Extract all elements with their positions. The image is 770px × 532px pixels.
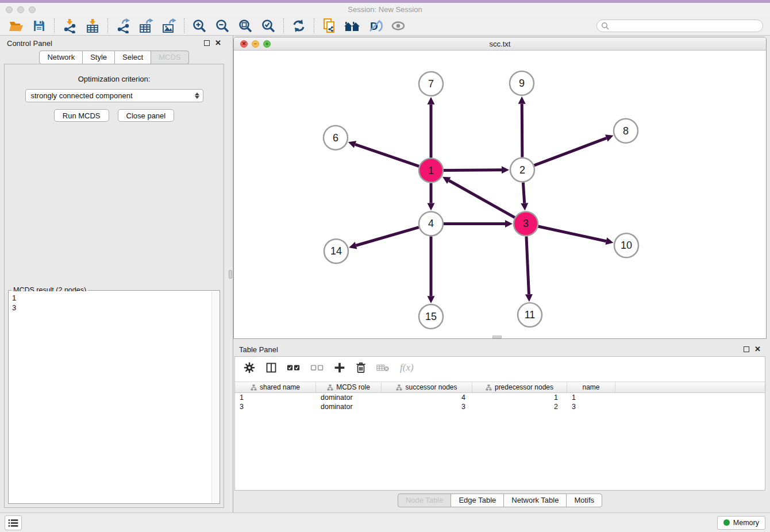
show-details-button[interactable] (387, 17, 410, 34)
open-file-button[interactable] (5, 17, 28, 34)
column-header-mcds-role[interactable]: MCDS role (316, 382, 382, 392)
close-panel-icon[interactable]: ✕ (215, 40, 221, 46)
close-panel-button[interactable]: Close panel (118, 109, 175, 122)
delete-column-button[interactable] (355, 361, 367, 374)
zoom-selected-button[interactable] (257, 17, 280, 34)
search-input[interactable] (612, 21, 763, 31)
tab-motifs[interactable]: Motifs (566, 494, 602, 507)
export-image-button[interactable] (157, 17, 180, 34)
canvas-resize-grip[interactable] (492, 336, 502, 338)
cell-shared-name[interactable]: 1 (235, 394, 316, 402)
graph-edge-3-1[interactable] (449, 180, 514, 217)
graph-edge-1-6[interactable] (355, 144, 419, 166)
tab-network[interactable]: Network (39, 51, 83, 64)
export-table-icon (138, 18, 153, 33)
column-label: successor nodes (405, 383, 457, 391)
graph-edge-2-9[interactable] (522, 104, 522, 157)
float-panel-icon[interactable] (204, 40, 210, 46)
refresh-icon (292, 19, 306, 33)
column-header-shared-name[interactable]: shared name (235, 382, 316, 392)
graph-edge-3-10[interactable] (538, 226, 606, 241)
graph-arrowhead-2-9 (518, 97, 526, 104)
toolbar-separator (54, 18, 55, 33)
new-network-from-selection-button[interactable] (318, 17, 341, 34)
select-all-button[interactable] (287, 363, 301, 372)
export-network-icon (116, 18, 130, 33)
table-header-row: shared name MCDS role successor nodes (235, 381, 765, 393)
column-header-successor-nodes[interactable]: successor nodes (382, 382, 472, 392)
memory-button[interactable]: Memory (717, 516, 765, 530)
graph-edge-3-11[interactable] (526, 236, 529, 294)
zoom-fit-button[interactable] (234, 17, 257, 34)
tab-network-table[interactable]: Network Table (503, 494, 567, 507)
network-canvas[interactable]: 1234678910111415 (234, 51, 766, 338)
first-neighbors-icon (344, 19, 361, 33)
table-row[interactable]: 1 dominator 4 1 1 (235, 393, 765, 402)
graph-node-label-8: 8 (623, 125, 629, 137)
tab-node-table[interactable]: Node Table (398, 494, 452, 507)
first-neighbors-button[interactable] (341, 17, 364, 34)
cell-mcds-role[interactable]: dominator (316, 403, 382, 411)
refresh-view-button[interactable] (287, 17, 310, 34)
network-window-title: scc.txt (234, 40, 766, 48)
create-column-button[interactable] (334, 362, 345, 373)
float-table-panel-icon[interactable] (744, 346, 749, 352)
delete-table-button[interactable] (376, 363, 390, 372)
save-session-button[interactable] (28, 17, 51, 34)
tab-mcds[interactable]: MCDS (151, 51, 188, 64)
cell-name[interactable]: 3 (567, 403, 615, 411)
deselect-all-button[interactable] (310, 363, 324, 372)
cell-successor-nodes[interactable]: 3 (382, 403, 472, 411)
column-header-name[interactable]: name (567, 382, 615, 392)
cell-shared-name[interactable]: 3 (235, 403, 316, 411)
tab-edge-table[interactable]: Edge Table (451, 494, 504, 507)
list-icon (7, 518, 19, 528)
cell-successor-nodes[interactable]: 4 (382, 394, 472, 402)
column-label: predecessor nodes (495, 383, 553, 391)
graph-edge-2-8[interactable] (534, 138, 607, 165)
cell-mcds-role[interactable]: dominator (316, 394, 382, 402)
tree-column-icon (251, 384, 257, 391)
graph-node-label-1: 1 (428, 165, 434, 176)
function-builder-button[interactable]: f(x) (400, 362, 414, 373)
zoom-fit-icon (238, 18, 253, 33)
zoom-out-button[interactable] (211, 17, 234, 34)
show-columns-button[interactable] (265, 362, 277, 373)
table-row[interactable]: 3 dominator 3 2 3 (235, 402, 765, 411)
import-table-button[interactable] (81, 17, 104, 34)
eye-icon (391, 19, 406, 33)
import-network-button[interactable] (58, 17, 81, 34)
graph-edge-4-14[interactable] (356, 228, 419, 246)
splitter-grip[interactable] (229, 270, 232, 279)
tab-style[interactable]: Style (82, 51, 115, 64)
mcds-result-text[interactable]: 1 3 (9, 291, 211, 503)
tab-select[interactable]: Select (114, 51, 151, 64)
optimization-select[interactable]: strongly connected component (25, 89, 203, 102)
table-panel: Table Panel ✕ (233, 342, 767, 512)
open-folder-icon (9, 19, 24, 33)
gear-icon (243, 361, 256, 374)
graph-edge-2-3[interactable] (523, 182, 524, 203)
select-stepper-icon (195, 92, 199, 99)
column-header-predecessor-nodes[interactable]: predecessor nodes (472, 382, 567, 392)
graph-arrowhead-4-15 (428, 296, 435, 303)
cell-predecessor-nodes[interactable]: 1 (472, 394, 567, 402)
graph-arrowhead-3-10 (605, 237, 613, 245)
close-table-panel-icon[interactable]: ✕ (754, 346, 761, 352)
graph-edge-1-2[interactable] (444, 170, 502, 171)
export-table-button[interactable] (134, 17, 157, 34)
hide-details-button[interactable]: D (364, 17, 387, 34)
zoom-in-button[interactable] (188, 17, 211, 34)
table-settings-button[interactable] (243, 361, 256, 374)
main-area: Control Panel ✕ Network Style Select MCD… (0, 36, 770, 512)
vertical-splitter[interactable] (228, 36, 233, 512)
app-window: Session: New Session (0, 0, 770, 532)
result-scrollbar[interactable] (211, 291, 219, 503)
network-graph[interactable]: 1234678910111415 (234, 51, 766, 338)
cell-name[interactable]: 1 (567, 394, 615, 402)
run-mcds-button[interactable]: Run MCDS (54, 109, 109, 122)
task-history-button[interactable] (5, 515, 22, 530)
export-network-button[interactable] (111, 17, 134, 34)
cell-predecessor-nodes[interactable]: 2 (472, 403, 567, 411)
table-toolbar: f(x) (235, 357, 765, 379)
